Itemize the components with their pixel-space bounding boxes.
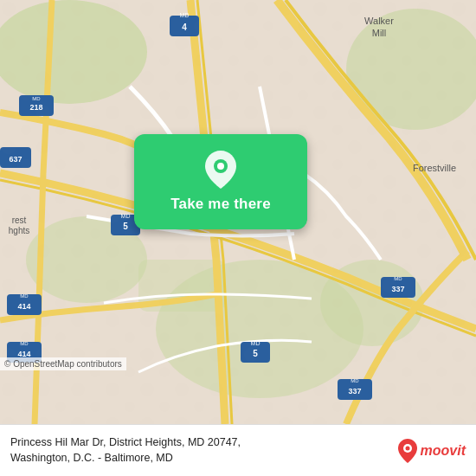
svg-point-44 <box>405 446 409 450</box>
button-label: Take me there <box>170 196 271 213</box>
bottom-bar: Princess Hil Mar Dr, District Heights, M… <box>0 424 476 476</box>
address-text: Princess Hil Mar Dr, District Heights, M… <box>10 435 241 466</box>
attribution-text: © OpenStreetMap contributors <box>4 359 122 369</box>
map-container: 4 MD 218 MD 637 5 MD 5 MD 414 MD 414 MD … <box>0 0 476 424</box>
address-line2: Washington, D.C. - Baltimore, MD <box>10 452 173 464</box>
location-pin-icon <box>205 151 236 189</box>
svg-point-42 <box>217 163 224 170</box>
moovit-logo: moovit <box>398 439 466 463</box>
address-line1: Princess Hil Mar Dr, District Heights, M… <box>10 436 241 448</box>
moovit-brand-text: moovit <box>421 443 466 459</box>
osm-attribution: © OpenStreetMap contributors <box>0 357 126 370</box>
take-me-there-button[interactable]: Take me there <box>134 134 307 229</box>
moovit-pin-icon <box>398 439 417 463</box>
